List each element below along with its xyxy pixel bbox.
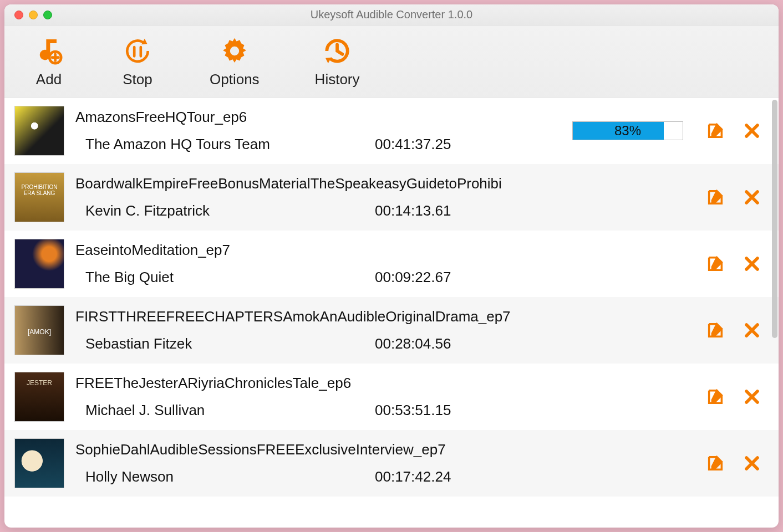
item-duration: 00:41:37.25 [375,136,451,153]
list-item[interactable]: FREETheJesterARiyriaChroniclesTale_ep6 M… [4,364,779,430]
refresh-stop-icon [121,34,154,68]
row-actions [694,320,762,340]
history-icon [321,34,354,68]
item-info: AmazonsFreeHQTour_ep6 The Amazon HQ Tour… [75,109,561,153]
progress-bar: 83% [572,121,683,140]
scrollbar[interactable] [772,100,777,338]
item-title: BoardwalkEmpireFreeBonusMaterialTheSpeak… [75,175,561,192]
list-item[interactable]: EaseintoMeditation_ep7 The Big Quiet 00:… [4,231,779,297]
item-duration: 00:09:22.67 [375,269,451,286]
add-label: Add [36,71,62,88]
cover-thumbnail [14,172,64,222]
app-window: Ukeysoft Audible Converter 1.0.0 Add [4,4,779,528]
add-button[interactable]: Add [32,34,65,88]
item-artist: Sebastian Fitzek [75,335,375,352]
item-duration: 00:28:04.56 [375,335,451,352]
edit-button[interactable] [705,121,725,141]
music-add-icon [32,34,65,68]
edit-button[interactable] [705,453,725,473]
item-info: FREETheJesterARiyriaChroniclesTale_ep6 M… [75,375,561,419]
history-label: History [315,71,360,88]
maximize-window-button[interactable] [43,11,52,19]
item-duration: 00:17:42.24 [375,468,451,485]
remove-button[interactable] [742,254,762,274]
stop-button[interactable]: Stop [121,34,154,88]
item-title: FREETheJesterARiyriaChroniclesTale_ep6 [75,375,561,392]
row-actions [694,254,762,274]
remove-button[interactable] [742,453,762,473]
item-duration: 00:14:13.61 [375,202,451,219]
conversion-list: AmazonsFreeHQTour_ep6 The Amazon HQ Tour… [4,98,779,528]
remove-button[interactable] [742,187,762,207]
options-button[interactable]: Options [210,34,260,88]
window-title: Ukeysoft Audible Converter 1.0.0 [4,8,779,21]
item-info: BoardwalkEmpireFreeBonusMaterialTheSpeak… [75,175,561,219]
cover-thumbnail [14,106,64,156]
toolbar: Add Stop Options [4,25,779,98]
progress-text: 83% [573,122,683,140]
remove-button[interactable] [742,320,762,340]
edit-button[interactable] [705,187,725,207]
list-item[interactable]: SophieDahlAudibleSessionsFREEExclusiveIn… [4,430,779,497]
cover-thumbnail [14,239,64,289]
list-item[interactable]: AmazonsFreeHQTour_ep6 The Amazon HQ Tour… [4,98,779,164]
history-button[interactable]: History [315,34,360,88]
svg-point-1 [230,47,239,55]
item-title: EaseintoMeditation_ep7 [75,242,561,259]
cover-thumbnail [14,438,64,488]
row-actions [694,187,762,207]
row-actions [694,387,762,407]
item-info: FIRSTTHREEFREECHAPTERSAmokAnAudibleOrigi… [75,308,561,352]
remove-button[interactable] [742,387,762,407]
minimize-window-button[interactable] [29,11,38,19]
item-artist: The Big Quiet [75,269,375,286]
item-title: FIRSTTHREEFREECHAPTERSAmokAnAudibleOrigi… [75,308,561,325]
cover-thumbnail [14,372,64,422]
item-artist: Michael J. Sullivan [75,402,375,419]
item-artist: Kevin C. Fitzpatrick [75,202,375,219]
item-duration: 00:53:51.15 [375,402,451,419]
edit-button[interactable] [705,387,725,407]
item-info: EaseintoMeditation_ep7 The Big Quiet 00:… [75,242,561,286]
edit-button[interactable] [705,254,725,274]
item-info: SophieDahlAudibleSessionsFREEExclusiveIn… [75,441,561,485]
list-item[interactable]: BoardwalkEmpireFreeBonusMaterialTheSpeak… [4,164,779,231]
stop-label: Stop [123,71,152,88]
item-title: AmazonsFreeHQTour_ep6 [75,109,561,126]
options-label: Options [210,71,260,88]
row-actions [694,121,762,141]
row-actions [694,453,762,473]
traffic-lights [4,11,52,19]
progress-cell: 83% [572,121,683,140]
edit-button[interactable] [705,320,725,340]
item-artist: The Amazon HQ Tours Team [75,136,375,153]
item-artist: Holly Newson [75,468,375,485]
close-window-button[interactable] [14,11,23,19]
remove-button[interactable] [742,121,762,141]
cover-thumbnail [14,305,64,355]
gear-icon [218,34,251,68]
list-item[interactable]: FIRSTTHREEFREECHAPTERSAmokAnAudibleOrigi… [4,297,779,364]
item-title: SophieDahlAudibleSessionsFREEExclusiveIn… [75,441,561,458]
titlebar: Ukeysoft Audible Converter 1.0.0 [4,4,779,25]
